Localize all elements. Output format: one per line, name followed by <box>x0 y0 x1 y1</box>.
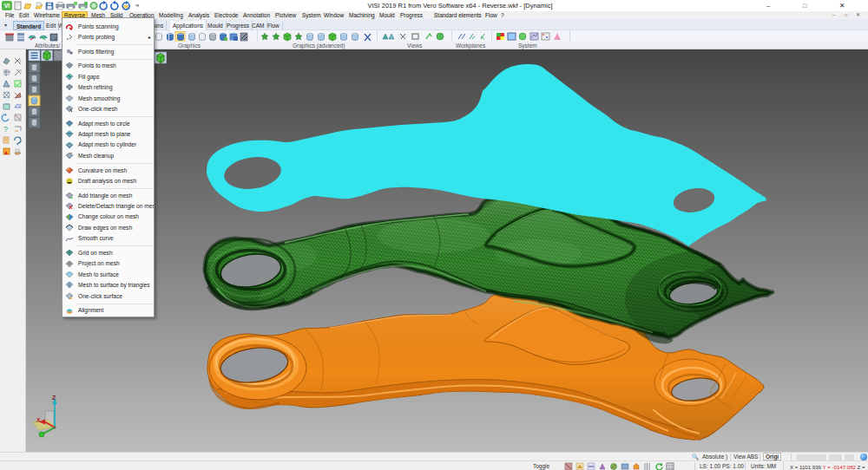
svg-text:X: X <box>36 417 41 423</box>
svg-text:?: ? <box>3 125 8 134</box>
svg-text:Z: Z <box>52 395 56 401</box>
